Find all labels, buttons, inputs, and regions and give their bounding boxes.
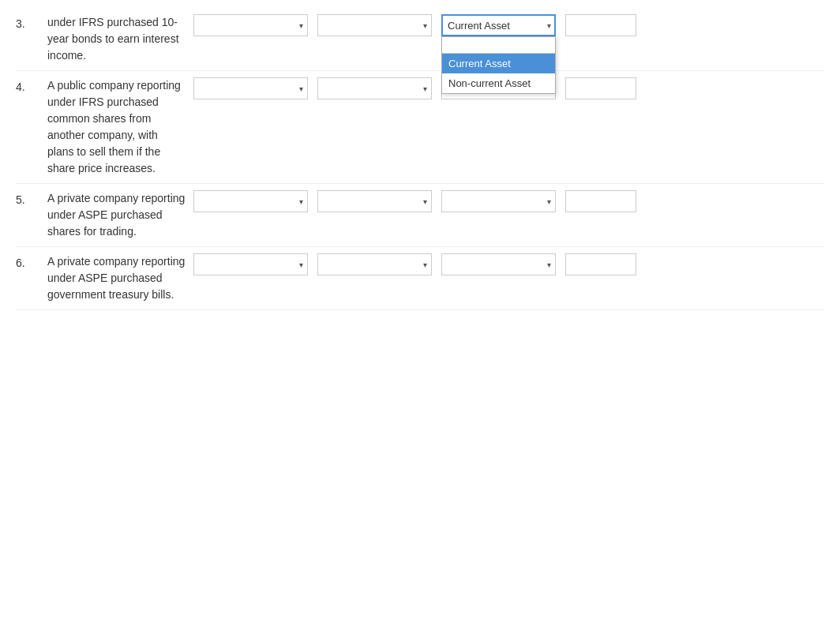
row-description-4: A public company reporting under IFRS pu… (47, 77, 193, 177)
select-3-2[interactable] (317, 14, 432, 36)
select-5-2[interactable] (317, 190, 432, 212)
select-4-2[interactable] (317, 77, 432, 99)
select-wrapper-5-2: ▾ (317, 190, 432, 212)
select-5-3[interactable] (441, 190, 556, 212)
select-4-1[interactable] (193, 77, 308, 99)
dropdown-option-noncurrent-asset[interactable]: Non-current Asset (442, 73, 555, 93)
table-row: 5. A private company reporting under ASP… (16, 184, 824, 247)
text-input-6[interactable] (565, 253, 636, 275)
main-table: 3. under IFRS purchased 10-year bonds to… (16, 8, 824, 310)
select-6-2[interactable] (317, 253, 432, 275)
row-description-5: A private company reporting under ASPE p… (47, 190, 193, 240)
select-3-3[interactable]: Current Asset Non-current Asset (441, 14, 556, 36)
row-number-6: 6. (16, 253, 47, 269)
table-row: 3. under IFRS purchased 10-year bonds to… (16, 8, 824, 71)
row-description-3: under IFRS purchased 10-year bonds to ea… (47, 14, 193, 64)
row-number-3: 3. (16, 14, 47, 30)
select-5-1[interactable] (193, 190, 308, 212)
select-wrapper-4-1: ▾ (193, 77, 308, 99)
table-row: 6. A private company reporting under ASP… (16, 247, 824, 310)
select-wrapper-3-3: Current Asset Non-current Asset ▾ Curren… (441, 14, 556, 36)
select-6-1[interactable] (193, 253, 308, 275)
select-wrapper-4-2: ▾ (317, 77, 432, 99)
row-description-6: A private company reporting under ASPE p… (47, 253, 193, 303)
dropdown-option-current-asset[interactable]: Current Asset (442, 54, 555, 73)
row-inputs-6: ▾ ▾ ▾ (193, 253, 824, 275)
text-input-5[interactable] (565, 190, 636, 212)
select-3-1[interactable] (193, 14, 308, 36)
select-wrapper-5-3: ▾ (441, 190, 556, 212)
row-number-5: 5. (16, 190, 47, 206)
row-number-4: 4. (16, 77, 47, 93)
select-wrapper-6-1: ▾ (193, 253, 308, 275)
select-wrapper-3-2: ▾ (317, 14, 432, 36)
select-wrapper-6-2: ▾ (317, 253, 432, 275)
text-input-3[interactable] (565, 14, 636, 36)
row-inputs-5: ▾ ▾ ▾ (193, 190, 824, 212)
dropdown-popup-3: Current Asset Non-current Asset (441, 36, 556, 94)
select-6-3[interactable] (441, 253, 556, 275)
row-inputs-3: ▾ ▾ Current Asset Non-current Asset ▾ (193, 14, 824, 36)
select-wrapper-6-3: ▾ (441, 253, 556, 275)
select-wrapper-5-1: ▾ (193, 190, 308, 212)
dropdown-search-input[interactable] (442, 37, 555, 54)
table-row: 4. A public company reporting under IFRS… (16, 71, 824, 184)
select-wrapper-3-1: ▾ (193, 14, 308, 36)
text-input-4[interactable] (565, 77, 636, 99)
